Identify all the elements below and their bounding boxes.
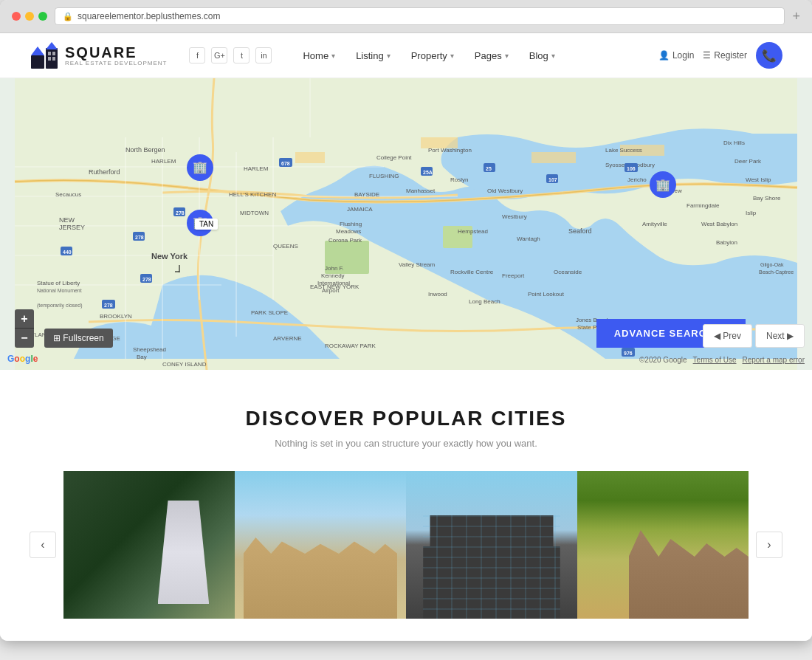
city-card-3[interactable]: [406, 471, 577, 619]
svg-text:Secaucus: Secaucus: [55, 191, 81, 198]
nav-right: 👤 Login ☰ Register 📞: [658, 42, 782, 69]
google-plus-icon[interactable]: G+: [211, 47, 227, 63]
svg-text:278: 278: [142, 277, 151, 282]
svg-text:440: 440: [63, 250, 72, 255]
navbar: SQUARE REAL ESTATE DEVELOPMENT f G+ t in…: [0, 33, 812, 78]
svg-text:976: 976: [624, 351, 633, 356]
svg-text:278: 278: [104, 303, 113, 308]
svg-text:Islip: Islip: [746, 210, 757, 216]
city-image-2: [235, 471, 406, 619]
svg-text:Long Beach: Long Beach: [469, 298, 500, 305]
nav-listing[interactable]: Listing ▾: [347, 44, 399, 67]
nav-property[interactable]: Property ▾: [402, 44, 463, 67]
carousel-prev-button[interactable]: ‹: [30, 532, 56, 558]
svg-text:National Monument: National Monument: [37, 288, 82, 293]
facebook-icon[interactable]: f: [189, 47, 205, 63]
svg-text:Farmingdale: Farmingdale: [687, 202, 720, 209]
carousel-next-button[interactable]: ›: [756, 532, 782, 558]
map-nav-buttons: ◀ Prev Next ▶: [703, 324, 805, 348]
svg-text:College Point: College Point: [376, 154, 412, 161]
prev-button[interactable]: ◀ Prev: [703, 324, 752, 348]
new-tab-button[interactable]: +: [792, 9, 800, 24]
logo-area: SQUARE REAL ESTATE DEVELOPMENT: [30, 41, 167, 70]
section-title: DISCOVER POPULAR CITIES: [30, 407, 782, 430]
city-image-1: [63, 471, 235, 619]
svg-text:FLUSHING: FLUSHING: [369, 173, 399, 179]
next-button[interactable]: Next ▶: [755, 324, 805, 348]
register-link[interactable]: ☰ Register: [703, 50, 747, 61]
svg-text:Corona Park: Corona Park: [328, 237, 362, 244]
logo-text: SQUARE REAL ESTATE DEVELOPMENT: [65, 45, 167, 66]
city-image-3: [406, 471, 577, 619]
twitter-icon[interactable]: t: [233, 47, 250, 63]
svg-text:Valley Stream: Valley Stream: [399, 261, 436, 268]
svg-text:JAMAICA: JAMAICA: [347, 206, 373, 213]
svg-text:Manhasset: Manhasset: [406, 188, 436, 194]
svg-text:ROCKAWAY PARK: ROCKAWAY PARK: [325, 343, 376, 349]
map-section: Rutherford Secaucus NEW JERSEY New York …: [0, 78, 812, 370]
logo-name: SQUARE: [65, 45, 167, 60]
terms-link[interactable]: Terms of Use: [693, 356, 737, 364]
login-link[interactable]: 👤 Login: [658, 50, 694, 61]
svg-text:Flushing: Flushing: [340, 221, 362, 227]
svg-text:Babylon: Babylon: [716, 239, 737, 246]
report-link[interactable]: Report a map error: [743, 356, 805, 364]
svg-text:HARLEM: HARLEM: [151, 158, 176, 165]
phone-button[interactable]: 📞: [756, 42, 782, 69]
listing-arrow: ▾: [387, 52, 390, 60]
svg-text:QUEENS: QUEENS: [273, 243, 298, 250]
svg-text:West Islip: West Islip: [746, 176, 771, 183]
logo-tagline: REAL ESTATE DEVELOPMENT: [65, 60, 167, 66]
svg-text:Port Washington: Port Washington: [428, 147, 472, 154]
zoom-in-button[interactable]: +: [15, 309, 34, 329]
svg-rect-0: [31, 55, 44, 69]
city-card-1[interactable]: [63, 471, 235, 619]
svg-text:Deer Park: Deer Park: [734, 158, 762, 165]
property-arrow: ▾: [450, 52, 454, 60]
svg-text:JERSEY: JERSEY: [59, 224, 85, 231]
svg-text:Oceanside: Oceanside: [554, 269, 582, 275]
svg-text:CONEY ISLAND: CONEY ISLAND: [162, 361, 207, 368]
section-subtitle: Nothing is set in you can structure your…: [30, 438, 782, 449]
svg-text:International: International: [317, 280, 350, 286]
map-marker-2[interactable]: 🏢: [187, 154, 213, 181]
map-controls: + −: [15, 309, 34, 348]
svg-text:Meadows: Meadows: [336, 228, 361, 235]
svg-text:Wantagh: Wantagh: [517, 236, 540, 242]
nav-home[interactable]: Home ▾: [294, 44, 344, 67]
register-icon: ☰: [703, 50, 711, 61]
city-card-2[interactable]: [235, 471, 406, 619]
svg-rect-2: [46, 48, 58, 69]
city-card-4[interactable]: [577, 471, 749, 619]
browser-titlebar: 🔒 squareelementor.beplusthemes.com +: [0, 0, 812, 33]
user-icon: 👤: [658, 50, 670, 61]
svg-text:Old Westbury: Old Westbury: [487, 188, 523, 194]
svg-text:Airport: Airport: [322, 287, 340, 294]
home-arrow: ▾: [331, 52, 335, 60]
svg-text:Sheepshead: Sheepshead: [133, 346, 166, 353]
svg-rect-7: [52, 57, 55, 61]
close-dot[interactable]: [12, 12, 21, 21]
marker-label-1: TAN: [195, 219, 218, 230]
svg-text:Westbury: Westbury: [502, 213, 527, 220]
linkedin-icon[interactable]: in: [255, 47, 272, 63]
svg-text:678: 678: [281, 161, 290, 166]
svg-text:West Babylon: West Babylon: [701, 221, 737, 227]
minimize-dot[interactable]: [25, 12, 34, 21]
svg-text:Rutherford: Rutherford: [89, 168, 120, 176]
map-attribution: ©2020 Google Terms of Use Report a map e…: [639, 356, 805, 364]
nav-blog[interactable]: Blog ▾: [520, 44, 564, 67]
maximize-dot[interactable]: [38, 12, 47, 21]
nav-pages[interactable]: Pages ▾: [466, 44, 517, 67]
svg-text:Rockville Centre: Rockville Centre: [450, 269, 494, 275]
zoom-out-button[interactable]: −: [15, 329, 34, 348]
cities-carousel: ‹ ›: [30, 471, 782, 619]
svg-text:BROOKLYN: BROOKLYN: [100, 313, 132, 320]
svg-text:PARK SLOPE: PARK SLOPE: [251, 309, 288, 316]
address-bar[interactable]: 🔒 squareelementor.beplusthemes.com: [55, 7, 785, 25]
fullscreen-button[interactable]: ⊞ Fullscreen: [44, 329, 113, 348]
pages-arrow: ▾: [505, 52, 509, 60]
browser-window: 🔒 squareelementor.beplusthemes.com +: [0, 0, 812, 641]
svg-text:North Bergen: North Bergen: [125, 146, 165, 154]
svg-text:Bay Shore: Bay Shore: [753, 195, 781, 202]
